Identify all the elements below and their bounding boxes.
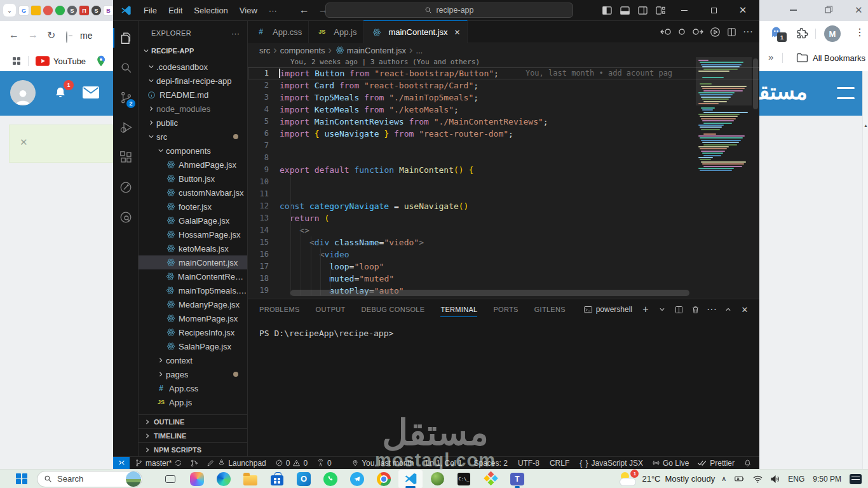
taskbar-app-terminal[interactable]: C:\_ [451,470,477,488]
tab-close-icon[interactable]: ✕ [454,28,461,37]
weather-widget[interactable]: 1 21°C Mostly cloudy [620,471,715,487]
alert-close-icon[interactable]: ✕ [20,137,28,148]
start-button[interactable] [9,470,34,488]
tree-item[interactable]: depi-final-recipe-app [139,74,247,88]
minimize-button[interactable] [675,2,693,18]
tree-item[interactable]: .codesandbox [139,60,247,74]
extensions-puzzle-icon[interactable] [796,27,808,39]
menu-item-selection[interactable]: Selection [188,6,233,15]
tree-item[interactable]: ketoMeals.jsx [139,241,247,255]
code-line[interactable]: 10 [248,176,759,188]
reload-button[interactable]: ↻ [47,29,55,41]
youtube-icon[interactable] [36,56,50,66]
tree-item[interactable]: RecipesInfo.jsx [139,325,247,339]
activity-gitlens-inspect-icon[interactable] [113,202,139,232]
page-scrollbar[interactable]: ▲ [862,71,868,469]
menu-item-edit[interactable]: Edit [163,6,188,15]
tree-item[interactable]: Button.jsx [139,172,247,186]
prettier-status[interactable]: Prettier [698,459,735,468]
tree-item[interactable]: MomenPage.jsx [139,311,247,325]
tree-item[interactable]: mainTop5meals.jsx [139,283,247,297]
panel-tab-output[interactable]: OUTPUT [316,299,346,320]
menu-item-file[interactable]: File [138,6,163,15]
eol-status[interactable]: CRLF [550,459,569,468]
tree-item[interactable]: GalalPage.jsx [139,214,247,227]
taskbar-search[interactable]: Search [37,471,142,487]
language-status[interactable]: { }JavaScript JSX [580,459,643,468]
maximize-panel-icon[interactable] [721,302,735,316]
site-logo[interactable]: مستقل [759,79,808,104]
blame-status[interactable]: You, last month [351,459,414,468]
browser-restore-button[interactable] [825,6,832,13]
activity-search-icon[interactable] [113,53,139,83]
site-favicon[interactable]: B [104,6,113,15]
browser-menu-icon[interactable]: ⋮ [855,26,865,38]
tab-maincontent.jsx[interactable]: mainContent.jsx✕ [363,20,467,43]
taskbar-app-chrome[interactable] [371,470,397,488]
explorer-more-icon[interactable]: ··· [231,29,240,38]
taskbar-app-teams[interactable]: T [505,470,530,488]
tree-item[interactable]: context [139,353,247,367]
messages-icon[interactable] [83,86,99,98]
section-timeline[interactable]: TIMELINE [139,428,247,442]
activity-explorer-icon[interactable] [113,23,139,53]
tree-item[interactable]: mainContent.jsx [139,255,247,269]
user-avatar[interactable] [10,80,36,105]
problems-status[interactable]: 0 0 [275,459,308,468]
bookmarks-overflow[interactable]: » [768,51,773,62]
scrollbar-thumb[interactable] [753,58,758,109]
editor-more-actions-icon[interactable]: ··· [740,24,756,39]
code-line[interactable]: 11 [248,188,759,200]
site-favicon[interactable]: G [19,6,29,15]
tab-app.js[interactable]: JSApp.js [309,21,363,43]
layout-panel-icon[interactable] [616,2,634,18]
code-line[interactable]: 15 <div className="viedo"> [248,236,759,248]
activity-extensions-icon[interactable] [113,142,139,172]
vertical-scrollbar[interactable] [752,57,759,299]
taskbar-app-file-explorer[interactable] [238,470,263,488]
section-npm-scripts[interactable]: NPM SCRIPTS [139,442,247,456]
tree-item[interactable]: HossamPage.jsx [139,227,247,241]
site-favicon[interactable] [31,6,41,15]
code-line[interactable]: 18 muted="muted" [248,273,759,285]
volume-icon[interactable] [771,475,780,483]
site-favicon[interactable] [55,6,65,15]
tab-app.css[interactable]: #App.css [248,21,309,43]
layout-customize-icon[interactable] [651,2,669,18]
close-button[interactable]: ✕ [734,2,752,18]
site-favicon[interactable]: П [79,6,89,15]
wifi-icon[interactable] [753,475,763,483]
tray-expand-icon[interactable]: ∧ [721,475,726,483]
cursor-position[interactable]: Ln 1, Col 1 [425,459,462,468]
go-live-status[interactable]: Go Live [652,459,689,468]
prev-change-icon[interactable] [658,24,673,39]
breadcrumb-item[interactable]: mainContent.jsx [335,46,406,55]
tree-item[interactable]: pages [139,367,247,381]
explorer-root[interactable]: RECIPE-APP [139,44,247,58]
youtube-bookmark[interactable]: YouTube [53,57,86,66]
code-line[interactable]: 1import Button from "react-bootstrap/But… [248,67,759,79]
activity-source-control-icon[interactable]: 2 [113,83,139,112]
back-button[interactable]: ← [9,29,19,41]
layout-sidebar-icon[interactable] [598,2,616,18]
language-indicator[interactable]: ENG [788,475,804,484]
code-line[interactable]: 13 return ( [248,212,759,224]
feedback-status[interactable]: 0 [316,459,332,468]
clock[interactable]: 9:50 PM [813,475,841,484]
tree-item[interactable]: AhmedPage.jsx [139,158,247,172]
tree-item[interactable]: footer.jsx [139,200,247,214]
breadcrumb-item[interactable]: components [280,46,325,55]
encoding-status[interactable]: UTF-8 [518,459,539,468]
code-line[interactable]: 9export default function MainContent() { [248,164,759,176]
remote-indicator[interactable] [113,457,130,469]
code-line[interactable]: 4import KetoMeals from "./ketoMeals"; [248,104,759,116]
code-line[interactable]: 12const categoryNavigate = useNavigate() [248,200,759,212]
branch-status[interactable]: master* [135,459,182,468]
panel-tab-problems[interactable]: PROBLEMS [259,299,300,320]
run-file-icon[interactable] [707,24,722,39]
code-line[interactable]: 5import MainContentReviews from "./MainC… [248,116,759,128]
split-editor-icon[interactable] [724,24,739,39]
close-panel-icon[interactable]: ✕ [738,302,752,316]
taskbar-app-outlook[interactable]: O [291,470,316,488]
tree-item[interactable]: node_modules [139,102,247,116]
